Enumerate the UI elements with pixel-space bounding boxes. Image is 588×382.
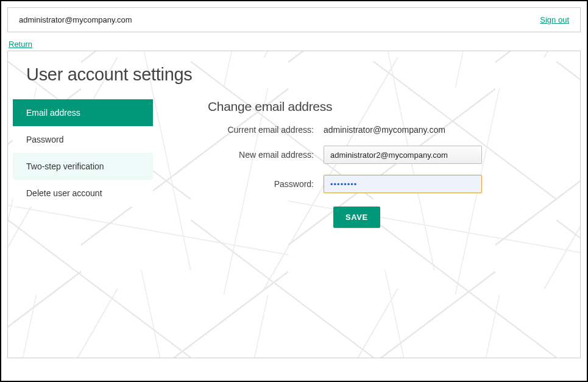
sidebar-item-label: Email address — [26, 108, 80, 118]
sidebar-item-delete-user-account[interactable]: Delete user account — [13, 180, 153, 207]
sidebar-item-password[interactable]: Password — [13, 126, 153, 153]
sidebar-item-label: Delete user account — [26, 188, 102, 198]
sidebar-item-label: Two-step verification — [26, 161, 104, 171]
current-email-label: Current email address: — [208, 125, 324, 135]
header-bar: administrator@mycompany.com Sign out — [7, 7, 581, 32]
change-email-form: Change email address Current email addre… — [153, 99, 580, 228]
current-email-value: administrator@mycompany.com — [324, 125, 445, 135]
new-email-input[interactable] — [324, 146, 482, 164]
section-title: Change email address — [208, 99, 556, 114]
password-label: Password: — [208, 179, 324, 189]
sidebar-item-label: Password — [26, 135, 63, 144]
new-email-label: New email address: — [208, 150, 324, 160]
signout-link[interactable]: Sign out — [540, 15, 569, 24]
password-input[interactable] — [324, 175, 482, 193]
sidebar-item-two-step-verification[interactable]: Two-step verification — [13, 153, 153, 180]
save-button[interactable]: SAVE — [333, 207, 380, 228]
settings-sidebar: Email address Password Two-step verifica… — [13, 99, 153, 207]
sidebar-item-email-address[interactable]: Email address — [13, 99, 153, 126]
page-title: User account settings — [26, 65, 580, 85]
main-panel: User account settings Email address Pass… — [7, 51, 581, 358]
header-user-email: administrator@mycompany.com — [19, 15, 132, 24]
return-link[interactable]: Return — [9, 40, 32, 49]
